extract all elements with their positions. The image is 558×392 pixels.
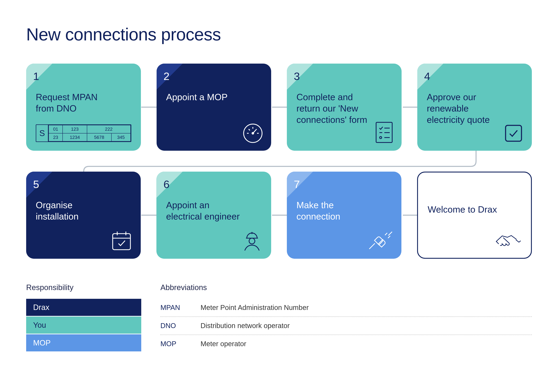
- abbr-row: MOP Meter operator: [160, 335, 532, 353]
- step-title: Request MPAN from DNO: [36, 92, 111, 114]
- handshake-icon: [495, 232, 523, 251]
- step-title: Complete and return our 'New connections…: [296, 92, 371, 125]
- step-6-card: 6 Appoint an electrical engineer: [157, 172, 271, 259]
- svg-point-26: [249, 238, 255, 244]
- legend-chip-drax: Drax: [26, 299, 141, 316]
- step-number-badge: 1: [26, 64, 52, 90]
- step-1-card: 1 Request MPAN from DNO S 01123222 23123…: [26, 64, 141, 151]
- step-title: Make the connection: [296, 199, 371, 222]
- step-number-badge: 2: [157, 64, 183, 90]
- legend-chip-you: You: [26, 316, 141, 334]
- approve-check-icon: [503, 123, 524, 144]
- step-number-badge: 6: [157, 172, 183, 198]
- step-4-card: 4 Approve our renewable electricity quot…: [417, 64, 532, 151]
- abbr-row: DNO Distribution network operator: [160, 317, 532, 335]
- engineer-icon: [241, 229, 263, 252]
- step-number-badge: 7: [287, 172, 313, 198]
- step-number-badge: 3: [287, 64, 313, 90]
- svg-point-17: [380, 136, 382, 139]
- abbreviations-legend: Abbreviations MPAN Meter Point Administr…: [160, 283, 532, 353]
- svg-rect-20: [113, 234, 131, 250]
- abbreviations-heading: Abbreviations: [160, 283, 532, 292]
- gauge-icon: [242, 123, 263, 144]
- abbr-row: MPAN Meter Point Administration Number: [160, 299, 532, 317]
- svg-line-28: [385, 233, 387, 235]
- step-title: Appoint a MOP: [166, 92, 241, 103]
- step-5-card: 5 Organise installation: [26, 172, 141, 259]
- step-3-card: 3 Complete and return our 'New connectio…: [287, 64, 401, 151]
- welcome-card: Welcome to Drax: [417, 172, 532, 259]
- svg-line-30: [388, 232, 392, 235]
- form-icon: [375, 121, 394, 144]
- legend: Responsibility Drax You MOP Abbreviation…: [26, 283, 532, 353]
- plug-icon: [367, 231, 393, 252]
- svg-line-11: [249, 129, 250, 130]
- welcome-title: Welcome to Drax: [427, 204, 503, 215]
- process-flow: 1 Request MPAN from DNO S 01123222 23123…: [26, 64, 532, 259]
- svg-line-27: [369, 243, 375, 249]
- responsibility-heading: Responsibility: [26, 283, 141, 292]
- step-number-badge: 5: [26, 172, 52, 198]
- svg-rect-13: [376, 122, 392, 143]
- responsibility-legend: Responsibility Drax You MOP: [26, 283, 141, 353]
- legend-chip-mop: MOP: [26, 334, 141, 351]
- svg-rect-19: [506, 125, 521, 141]
- mpan-grid-icon: S 01123222 2312345678345: [36, 124, 131, 142]
- step-7-card: 7 Make the connection: [287, 172, 401, 259]
- step-title: Approve our renewable electricity quote: [427, 92, 502, 125]
- calendar-icon: [110, 229, 133, 252]
- step-title: Appoint an electrical engineer: [166, 199, 241, 222]
- page-title: New connections process: [26, 24, 532, 44]
- step-2-card: 2 Appoint a MOP: [157, 64, 271, 151]
- svg-line-29: [388, 236, 390, 238]
- step-number-badge: 4: [417, 64, 444, 90]
- svg-point-8: [252, 132, 254, 134]
- step-title: Organise installation: [36, 199, 111, 222]
